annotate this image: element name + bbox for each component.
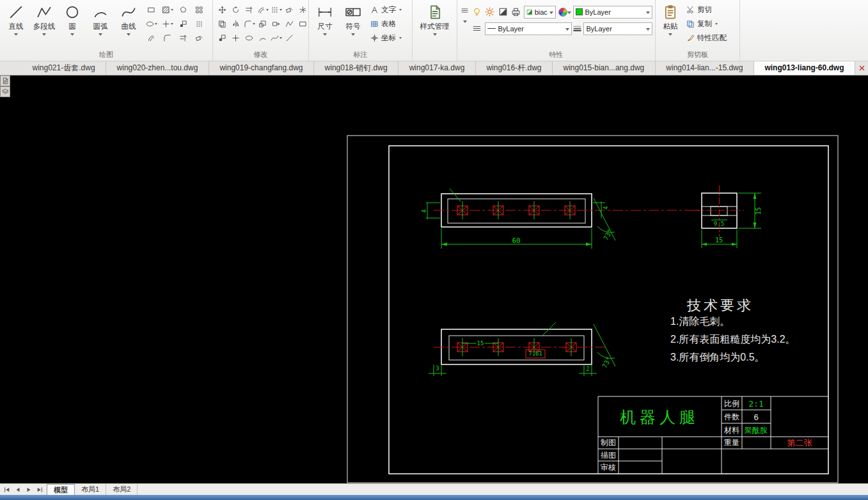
- color-swatch-button[interactable]: [498, 6, 509, 18]
- stretch-tool-button[interactable]: [269, 17, 283, 31]
- cad-application-window: 直线 多段线 圆 圆弧: [0, 0, 868, 500]
- plot-style-dropdown[interactable]: biac: [524, 6, 556, 19]
- coordinate-tool-button[interactable]: 坐标: [368, 31, 404, 45]
- fillet-tool-button[interactable]: [159, 31, 175, 45]
- file-tab[interactable]: wing014-lian...-15.dwg: [656, 61, 754, 75]
- polygon-tool-button[interactable]: [175, 3, 191, 17]
- point-tool-button[interactable]: [159, 17, 175, 31]
- text-tool-label: 文字: [381, 5, 396, 15]
- menu-icon[interactable]: [461, 6, 469, 15]
- text-icon: [370, 6, 379, 14]
- rectangle-tool-button[interactable]: [143, 3, 159, 17]
- hatch-tool-button[interactable]: [159, 3, 175, 17]
- copy-button[interactable]: 复制: [684, 17, 729, 31]
- arc-icon: [258, 34, 267, 42]
- linetype-dropdown[interactable]: ByLayer: [485, 22, 572, 35]
- layer-dropdown[interactable]: ByLayer: [573, 6, 652, 19]
- symbol-tool-button[interactable]: 符号: [340, 1, 367, 46]
- dropdown-caret-icon[interactable]: [463, 20, 467, 23]
- plot-button[interactable]: [510, 6, 522, 18]
- rotate-tool-button[interactable]: [229, 3, 242, 17]
- circle-tool-button[interactable]: 圆: [59, 1, 86, 46]
- array-icon: [271, 6, 279, 14]
- match-properties-button[interactable]: 特性匹配: [684, 31, 729, 45]
- last-layout-button[interactable]: [35, 485, 44, 494]
- arc-tool-button[interactable]: 圆弧: [87, 1, 114, 46]
- circle-tool-label: 圆: [68, 22, 76, 31]
- file-tab[interactable]: wing018-销钉.dwg: [314, 61, 398, 75]
- side-view: [694, 185, 761, 248]
- ribbon-section-style-manager: 样式管理: [413, 0, 457, 61]
- line-edit-button[interactable]: [283, 31, 296, 45]
- array-tool-button[interactable]: [191, 17, 207, 31]
- palette-button[interactable]: [0, 75, 10, 86]
- erase-tool-button[interactable]: [283, 3, 296, 17]
- file-tab[interactable]: wing020-zhen...tou.dwg: [106, 61, 209, 75]
- layout2-tab[interactable]: 布局2: [106, 484, 138, 495]
- color-wheel-button[interactable]: [558, 6, 572, 18]
- point-edit-button[interactable]: [229, 31, 242, 45]
- paste-button[interactable]: 粘贴: [658, 1, 683, 46]
- file-tab[interactable]: wing017-ka.dwg: [398, 61, 476, 75]
- table-tool-button[interactable]: 表格: [368, 17, 404, 31]
- erase-tool-button[interactable]: [191, 31, 207, 45]
- file-tab[interactable]: wing019-changfang.dwg: [209, 61, 314, 75]
- layer-on-off-button[interactable]: [471, 6, 482, 18]
- file-tab[interactable]: wing021-齿套.dwg: [22, 61, 106, 75]
- cut-button[interactable]: 剪切: [684, 3, 729, 17]
- text-tool-button[interactable]: 文字: [368, 3, 404, 17]
- ribbon: 直线 多段线 圆 圆弧: [0, 0, 868, 61]
- dropdown-caret-icon: [565, 28, 569, 31]
- layer-freeze-button[interactable]: [484, 6, 496, 18]
- copy-tool-button[interactable]: [216, 17, 229, 31]
- close-tab-button[interactable]: [855, 61, 868, 75]
- next-layout-button[interactable]: [24, 485, 33, 494]
- sheet-note: 第二张: [787, 439, 812, 447]
- linetype-menu-button[interactable]: [471, 22, 483, 35]
- region-tool-button[interactable]: [175, 31, 191, 45]
- trim-icon: [245, 6, 253, 14]
- ellipse-edit-button[interactable]: [242, 31, 256, 45]
- mirror-tool-button[interactable]: [229, 17, 242, 31]
- file-tab[interactable]: wing015-bian...ang.dwg: [553, 61, 656, 75]
- lineweight-icon: [573, 24, 581, 33]
- join-tool-button[interactable]: [283, 17, 296, 31]
- spline-edit-button[interactable]: [269, 31, 283, 45]
- table-tool-button[interactable]: [191, 3, 207, 17]
- block-edit-button[interactable]: [216, 31, 229, 45]
- trim-tool-button[interactable]: [242, 3, 256, 17]
- lineweight-dropdown[interactable]: ByLayer: [583, 22, 652, 35]
- first-icon: [4, 487, 10, 493]
- previous-layout-button[interactable]: [13, 485, 22, 494]
- next-icon: [26, 487, 32, 493]
- drawing-canvas[interactable]: 技术要求 1.清除毛刺。 2.所有表面粗糙度均为3.2。 3.所有倒角均为0.5…: [0, 75, 868, 483]
- spline-tool-button[interactable]: 曲线: [115, 1, 142, 46]
- ellipse-tool-button[interactable]: [143, 17, 159, 31]
- dimension-tool-button[interactable]: 尺寸: [312, 1, 338, 46]
- file-tab-active[interactable]: wing013-liang-60.dwg: [754, 61, 855, 75]
- explode-tool-button[interactable]: [296, 3, 310, 17]
- plot-style-icon: [526, 9, 533, 15]
- layout1-tab[interactable]: 布局1: [75, 484, 106, 495]
- file-tab[interactable]: wing016-杆.dwg: [476, 61, 553, 75]
- rectangle-tool-button[interactable]: [296, 17, 310, 31]
- style-manager-button[interactable]: 样式管理: [416, 1, 454, 46]
- fillet-icon: [244, 20, 252, 28]
- ribbon-section-draw: 直线 多段线 圆 圆弧: [0, 0, 213, 61]
- block-tool-button[interactable]: [175, 17, 191, 31]
- polyline-tool-button[interactable]: 多段线: [31, 1, 58, 46]
- offset-tool-button[interactable]: [143, 31, 159, 45]
- offset-tool-button[interactable]: [256, 3, 269, 17]
- line-tool-button[interactable]: 直线: [3, 1, 29, 46]
- palette-button[interactable]: [0, 86, 10, 97]
- array-tool-button[interactable]: [269, 3, 283, 17]
- quantity-value: 6: [754, 413, 758, 421]
- first-layout-button[interactable]: [3, 485, 12, 494]
- scale-tool-button[interactable]: [256, 17, 269, 31]
- model-tab[interactable]: 模型: [47, 484, 75, 495]
- line-icon: [285, 34, 294, 42]
- move-tool-button[interactable]: [216, 3, 229, 17]
- arc-edit-button[interactable]: [256, 31, 269, 45]
- fillet-tool-button[interactable]: [242, 17, 256, 31]
- printer-icon: [511, 7, 521, 17]
